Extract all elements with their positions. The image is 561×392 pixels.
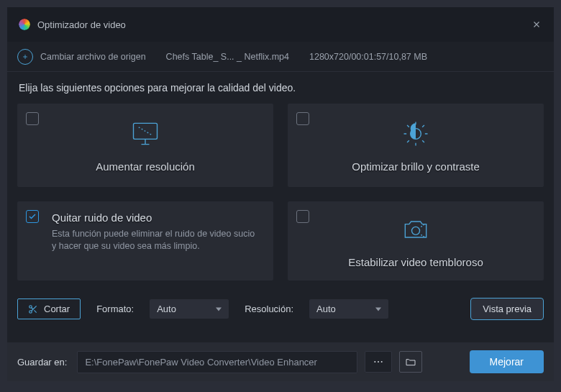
svg-point-2 [412, 227, 420, 234]
camera-icon [400, 214, 432, 247]
svg-point-4 [29, 310, 32, 313]
close-icon [532, 19, 542, 29]
check-icon [28, 212, 37, 221]
resolution-select[interactable]: Auto [309, 299, 388, 319]
preview-button[interactable]: Vista previa [470, 298, 544, 320]
svg-point-7 [381, 361, 383, 363]
more-icon [373, 356, 384, 368]
format-select[interactable]: Auto [150, 299, 229, 319]
change-source-button[interactable]: Cambiar archivo de origen [17, 49, 146, 65]
card-brightness-title: Optimizar brillo y contraste [352, 160, 480, 173]
card-brightness[interactable]: Optimizar brillo y contraste [288, 104, 544, 187]
checkbox-stabilize[interactable] [296, 210, 309, 223]
cut-button[interactable]: Cortar [17, 298, 81, 319]
sun-icon [400, 118, 432, 152]
browse-button[interactable] [365, 351, 392, 373]
titlebar: Optimizador de video [7, 7, 554, 42]
folder-icon [405, 356, 416, 368]
plus-circle-icon [17, 49, 33, 65]
svg-point-5 [375, 361, 376, 363]
checkbox-denoise[interactable] [26, 210, 39, 223]
checkbox-brightness[interactable] [296, 112, 309, 125]
card-denoise[interactable]: Quitar ruido de video Esta función puede… [17, 201, 273, 281]
save-label: Guardar en: [17, 357, 67, 368]
card-stabilize-title: Estabilizar video tembloroso [348, 256, 483, 268]
resolution-label: Resolución: [245, 304, 293, 314]
card-denoise-desc: Esta función puede eliminar el ruido de … [52, 228, 260, 252]
controls-row: Cortar Formato: Auto Resolución: Auto Vi… [17, 293, 544, 324]
checkbox-upscale[interactable] [26, 112, 39, 125]
monitor-icon [129, 118, 161, 152]
save-path-input[interactable] [77, 351, 357, 373]
card-upscale[interactable]: Aumentar resolución [17, 104, 273, 187]
modal-body: Elija las siguientes opciones para mejor… [7, 72, 554, 342]
card-denoise-title: Quitar ruido de video [52, 211, 152, 224]
video-optimizer-modal: Optimizador de video Cambiar archivo de … [7, 7, 554, 381]
source-row: Cambiar archivo de origen Chefs Table_ S… [7, 42, 554, 72]
format-label: Formato: [96, 304, 134, 314]
footer: Guardar en: Mejorar [7, 342, 554, 381]
format-value: Auto [157, 304, 176, 314]
window-title: Optimizador de video [37, 19, 126, 30]
app-icon [19, 19, 30, 30]
card-upscale-title: Aumentar resolución [96, 160, 195, 173]
scissors-icon [28, 304, 38, 314]
cut-label: Cortar [44, 304, 70, 314]
close-button[interactable] [528, 16, 545, 33]
svg-point-3 [29, 305, 32, 308]
change-source-label: Cambiar archivo de origen [40, 52, 146, 62]
card-stabilize[interactable]: Estabilizar video tembloroso [288, 201, 544, 281]
resolution-value: Auto [316, 304, 336, 314]
svg-point-6 [378, 361, 379, 363]
enhance-button[interactable]: Mejorar [470, 350, 544, 373]
source-filename: Chefs Table_ S... _ Netflix.mp4 [166, 52, 289, 62]
source-meta: 1280x720/00:01:57/10,87 MB [309, 52, 427, 62]
options-grid: Aumentar resolución Optimizar brillo y c… [17, 104, 544, 281]
instruction-text: Elija las siguientes opciones para mejor… [17, 82, 544, 94]
open-folder-button[interactable] [399, 351, 422, 373]
